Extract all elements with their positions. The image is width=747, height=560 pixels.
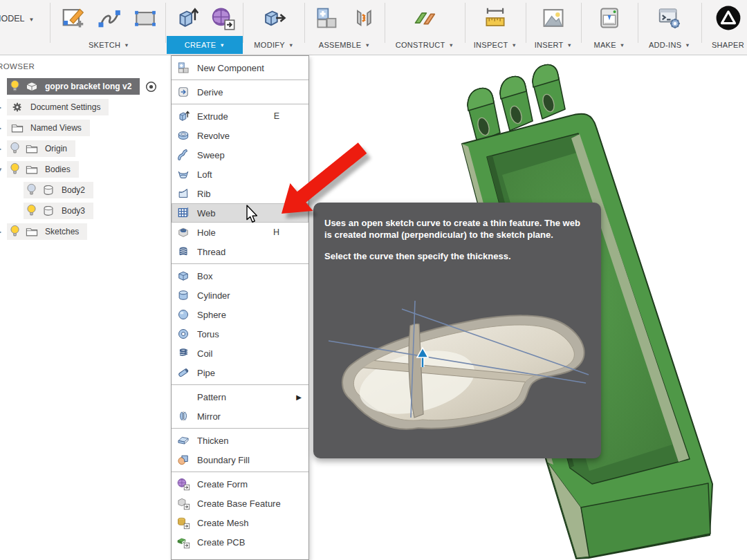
folder-icon	[24, 162, 39, 176]
menu-separator	[172, 261, 308, 266]
tab-make[interactable]: MAKE▼	[582, 36, 637, 54]
menu-item-create-pcb[interactable]: Create PCB	[172, 532, 308, 552]
menu-item-box[interactable]: Box	[172, 266, 308, 286]
expand-collapsed-icon[interactable]: ▶	[0, 125, 4, 131]
expand-collapsed-icon[interactable]: ▶	[0, 104, 4, 111]
menu-item-mirror[interactable]: Mirror	[172, 407, 308, 426]
menu-item-thread[interactable]: Thread	[172, 242, 308, 261]
menu-item-pattern[interactable]: Pattern▶	[172, 387, 308, 407]
shaper-logo-icon[interactable]	[714, 3, 743, 32]
extrude-icon[interactable]	[172, 3, 201, 32]
construction-plane-icon[interactable]	[410, 3, 439, 32]
folder-icon	[24, 142, 39, 156]
tab-construct[interactable]: CONSTRUCT▼	[385, 36, 464, 54]
browser-item-document-settings[interactable]: ▶Document Settings	[0, 97, 170, 118]
press-pull-icon[interactable]	[259, 3, 288, 32]
menu-item-extrude[interactable]: ExtrudeE	[172, 106, 308, 126]
activate-component-radio[interactable]	[145, 81, 157, 93]
visibility-bulb-on-icon[interactable]	[26, 204, 37, 218]
scripts-addins-icon[interactable]	[655, 3, 684, 32]
hole-icon	[176, 225, 190, 239]
create-form-icon	[176, 477, 190, 491]
coil-icon	[176, 346, 190, 360]
menu-item-cylinder[interactable]: Cylinder	[172, 286, 308, 305]
joint-icon[interactable]	[348, 3, 377, 32]
menu-item-rib[interactable]: Rib	[172, 184, 308, 203]
chevron-down-icon: ▼	[288, 42, 294, 48]
menu-item-coil[interactable]: Coil	[172, 344, 308, 363]
create-sketch-icon[interactable]	[59, 3, 88, 32]
menu-item-new-component[interactable]: New Component	[172, 58, 308, 77]
menu-item-torus[interactable]: Torus	[172, 324, 308, 344]
body-icon	[41, 183, 56, 197]
tooltip-paragraph-1: Uses an open sketch curve to create a th…	[324, 218, 590, 241]
browser-item-origin[interactable]: ▶Origin	[0, 138, 170, 159]
toolbar-separator	[638, 3, 638, 43]
expand-expanded-icon[interactable]: ▼	[0, 167, 4, 173]
chevron-down-icon: ▼	[685, 42, 690, 48]
menu-item-derive[interactable]: Derive	[172, 82, 308, 102]
browser-item-gopro-bracket-long-v2[interactable]: gopro bracket long v2	[0, 76, 170, 97]
new-component-icon[interactable]	[312, 3, 341, 32]
expand-collapsed-icon[interactable]: ▶	[0, 146, 4, 152]
visibility-bulb-off-icon[interactable]	[26, 183, 37, 197]
browser-item-label: Named Views	[30, 123, 82, 133]
menu-item-label: Coil	[197, 348, 304, 359]
web-command-tooltip: Uses an open sketch curve to create a th…	[313, 203, 601, 458]
tab-sketch[interactable]: SKETCH▼	[53, 36, 165, 54]
menu-item-label: Create Base Feature	[197, 498, 304, 509]
menu-item-create-mesh[interactable]: Create Mesh	[172, 513, 308, 532]
3d-print-icon[interactable]	[595, 3, 624, 32]
workspace-label: MODEL	[0, 14, 24, 24]
tab-add-ins-label: ADD-INS	[649, 41, 681, 49]
spline-icon[interactable]	[95, 3, 124, 32]
menu-item-create-form[interactable]: Create Form	[172, 474, 308, 494]
menu-item-web[interactable]: Web⋮	[172, 203, 308, 223]
browser-panel-title: BROWSER	[0, 62, 170, 71]
browser-item-bodies[interactable]: ▼Bodies	[0, 159, 170, 180]
browser-item-label: Origin	[45, 144, 67, 153]
menu-item-thicken[interactable]: Thicken	[172, 431, 308, 450]
menu-item-label: Box	[197, 271, 304, 281]
insert-image-icon[interactable]	[539, 3, 568, 32]
folder-icon	[10, 121, 25, 135]
workspace-switcher[interactable]: MODEL▼	[0, 14, 34, 24]
menu-item-loft[interactable]: Loft	[172, 165, 308, 184]
menu-item-label: Thicken	[197, 436, 304, 446]
tab-insert[interactable]: INSERT▼	[526, 36, 580, 54]
form-icon[interactable]	[208, 3, 237, 32]
visibility-bulb-on-icon[interactable]	[10, 162, 20, 176]
visibility-bulb-on-icon[interactable]	[10, 225, 20, 239]
menu-item-hole[interactable]: HoleH	[172, 223, 308, 242]
menu-item-revolve[interactable]: Revolve	[172, 126, 308, 145]
visibility-bulb-off-icon[interactable]	[10, 142, 20, 156]
visibility-bulb-on-icon[interactable]	[10, 80, 20, 93]
menu-item-sweep[interactable]: Sweep	[172, 145, 308, 165]
menu-item-label: Derive	[197, 87, 304, 97]
toolbar-separator	[581, 3, 582, 43]
menu-item-pipe[interactable]: Pipe	[172, 363, 308, 382]
tab-create[interactable]: CREATE▼	[167, 36, 243, 54]
rectangle-icon[interactable]	[131, 3, 160, 32]
menu-item-boundary-fill[interactable]: Boundary Fill	[172, 450, 308, 469]
tab-modify[interactable]: MODIFY▼	[244, 36, 304, 54]
tab-inspect-label: INSPECT	[474, 41, 508, 49]
menu-item-create-base-feature[interactable]: Create Base Feature	[172, 494, 308, 513]
chevron-down-icon: ▼	[219, 42, 225, 48]
tab-inspect[interactable]: INSPECT▼	[465, 36, 525, 54]
options-dots-icon[interactable]: ⋮	[287, 204, 297, 210]
menu-item-label: Create PCB	[197, 537, 304, 548]
browser-item-body3[interactable]: Body3	[0, 200, 170, 221]
expand-collapsed-icon[interactable]: ▶	[0, 229, 4, 235]
menu-item-label: New Component	[197, 63, 304, 73]
browser-item-sketches[interactable]: ▶Sketches	[0, 221, 170, 242]
menu-item-sphere[interactable]: Sphere	[172, 305, 308, 324]
chevron-down-icon: ▼	[124, 42, 129, 48]
tab-add-ins[interactable]: ADD-INS▼	[638, 36, 701, 54]
component-icon	[24, 80, 39, 93]
tab-assemble[interactable]: ASSEMBLE▼	[305, 36, 384, 54]
tab-shaper[interactable]: SHAPER	[702, 36, 747, 54]
browser-item-body2[interactable]: Body2	[0, 180, 170, 200]
measure-icon[interactable]	[481, 3, 510, 32]
browser-item-named-views[interactable]: ▶Named Views	[0, 118, 170, 138]
